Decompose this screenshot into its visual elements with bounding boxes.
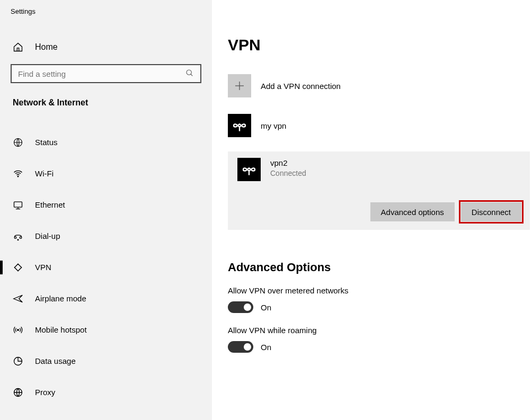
toggle-label-metered: Allow VPN over metered networks (228, 286, 532, 295)
vpn-icon (13, 262, 23, 273)
sidebar: Settings Home Network & Internet (0, 0, 212, 420)
svg-point-0 (187, 70, 191, 75)
search-icon (185, 69, 194, 79)
advanced-options-section: Advanced Options Allow VPN over metered … (228, 261, 532, 353)
nav-item-hotspot[interactable]: Mobile hotspot (0, 314, 212, 345)
vpn-1-name: my vpn (261, 121, 286, 130)
search-input[interactable] (18, 69, 176, 78)
toggle-state-metered: On (261, 303, 271, 312)
svg-point-3 (17, 176, 19, 177)
plus-icon (228, 74, 251, 97)
nav-label-proxy: Proxy (35, 388, 55, 397)
nav-label-dialup: Dial-up (35, 231, 60, 240)
nav-item-ethernet[interactable]: Ethernet (0, 189, 212, 220)
ethernet-icon (13, 200, 23, 210)
vpn-connection-icon (228, 114, 251, 137)
nav-label-status: Status (35, 138, 58, 147)
nav-label-airplane: Airplane mode (35, 294, 86, 303)
airplane-icon (13, 293, 23, 304)
vpn-list-item-1[interactable]: my vpn (228, 110, 532, 141)
nav-item-vpn[interactable]: VPN (0, 252, 212, 283)
status-icon (13, 137, 23, 148)
add-vpn-connection[interactable]: Add a VPN connection (228, 74, 532, 97)
svg-point-10 (17, 329, 19, 330)
add-vpn-label: Add a VPN connection (261, 82, 341, 91)
toggle-roaming[interactable] (228, 341, 253, 353)
search-box[interactable] (11, 64, 201, 83)
vpn-list-item-2-selected[interactable]: vpn2 Connected Advanced options Disconne… (228, 151, 530, 230)
nav-item-dialup[interactable]: Dial-up (0, 220, 212, 252)
nav-label-datausage: Data usage (35, 356, 76, 365)
home-icon (13, 42, 23, 52)
svg-rect-8 (20, 236, 21, 238)
main-content: VPN Add a VPN connection my vpn (212, 0, 532, 420)
advanced-options-button[interactable]: Advanced options (370, 202, 455, 221)
vpn-2-name: vpn2 (270, 158, 306, 168)
nav-item-wifi[interactable]: Wi-Fi (0, 158, 212, 189)
datausage-icon (13, 356, 23, 367)
svg-line-1 (191, 74, 192, 76)
home-link[interactable]: Home (0, 42, 212, 52)
page-title: VPN (228, 36, 532, 54)
nav-item-airplane[interactable]: Airplane mode (0, 283, 212, 314)
disconnect-button[interactable]: Disconnect (461, 202, 521, 221)
svg-point-9 (17, 239, 19, 240)
nav-label-ethernet: Ethernet (35, 200, 65, 209)
wifi-icon (13, 168, 23, 179)
toggle-label-roaming: Allow VPN while roaming (228, 326, 532, 335)
dialup-icon (13, 231, 23, 242)
hotspot-icon (13, 325, 23, 335)
home-label: Home (35, 42, 58, 52)
nav-item-proxy[interactable]: Proxy (0, 377, 212, 408)
svg-rect-4 (14, 202, 22, 207)
nav-label-hotspot: Mobile hotspot (35, 325, 87, 334)
nav-item-datausage[interactable]: Data usage (0, 345, 212, 377)
nav: Status Wi-Fi Ethernet (0, 127, 212, 408)
vpn-2-status: Connected (270, 168, 306, 178)
proxy-icon (13, 387, 23, 398)
nav-label-wifi: Wi-Fi (35, 169, 54, 178)
toggle-state-roaming: On (261, 343, 271, 352)
app-title: Settings (0, 7, 212, 15)
nav-label-vpn: VPN (35, 263, 51, 272)
nav-item-status[interactable]: Status (0, 127, 212, 158)
vpn-connection-icon (237, 158, 261, 181)
advanced-options-title: Advanced Options (228, 261, 532, 274)
svg-rect-7 (14, 236, 16, 238)
category-title: Network & Internet (0, 98, 212, 108)
toggle-metered[interactable] (228, 301, 253, 313)
